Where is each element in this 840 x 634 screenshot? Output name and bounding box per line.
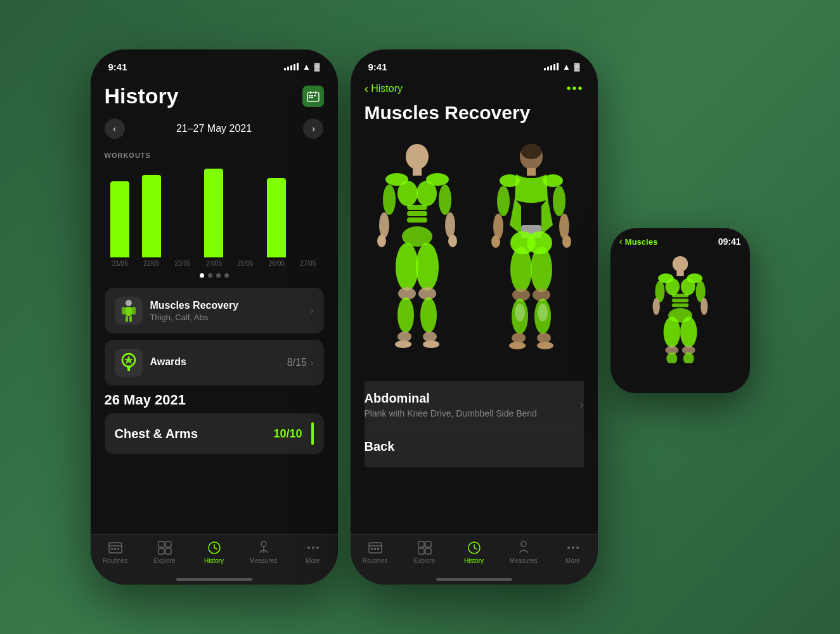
svg-point-62 bbox=[423, 340, 439, 348]
body-figure-front bbox=[366, 130, 468, 371]
tab-routines[interactable]: Routines bbox=[91, 541, 140, 564]
tab-label-explore: Explore bbox=[154, 557, 176, 564]
back-body-svg bbox=[487, 143, 576, 358]
tab-label-history: History bbox=[204, 557, 224, 564]
tab2-measures[interactable]: Measures bbox=[499, 541, 548, 564]
watch-container: ‹ Muscles 09:41 bbox=[611, 114, 750, 393]
tab-explore[interactable]: Explore bbox=[140, 541, 190, 564]
svg-point-34 bbox=[307, 547, 310, 549]
svg-rect-96 bbox=[418, 548, 424, 554]
tab2-history[interactable]: History bbox=[449, 541, 499, 564]
abdominal-card[interactable]: Abdominal Plank with Knee Drive, Dumbbel… bbox=[365, 381, 584, 429]
svg-rect-97 bbox=[425, 548, 431, 554]
tab-measures[interactable]: Measures bbox=[239, 541, 288, 564]
status-time-2: 9:41 bbox=[368, 61, 387, 72]
bar-22 bbox=[142, 175, 161, 257]
svg-point-49 bbox=[445, 212, 455, 238]
svg-point-50 bbox=[377, 235, 386, 247]
svg-point-117 bbox=[701, 298, 708, 314]
watch-back-button[interactable]: ‹ Muscles bbox=[619, 236, 658, 247]
workouts-section-label: WORKOUTS bbox=[105, 152, 324, 159]
battery-icon: ▓ bbox=[314, 62, 320, 71]
wifi-icon-2: ▲ bbox=[562, 62, 571, 72]
svg-point-9 bbox=[126, 300, 132, 306]
svg-rect-95 bbox=[425, 541, 431, 547]
workouts-bar-chart: 21/05 22/05 23/05 24/05 bbox=[105, 165, 324, 267]
bar-label-24: 24/05 bbox=[206, 260, 222, 267]
svg-rect-2 bbox=[311, 95, 313, 96]
back-card[interactable]: Back bbox=[365, 429, 584, 467]
tab2-label-explore: Explore bbox=[414, 557, 436, 564]
bar-label-23: 23/05 bbox=[175, 260, 191, 267]
svg-rect-22 bbox=[111, 548, 113, 550]
dot-2 bbox=[208, 273, 212, 278]
svg-rect-106 bbox=[676, 271, 683, 276]
svg-point-77 bbox=[510, 247, 532, 292]
svg-point-47 bbox=[439, 184, 451, 215]
svg-point-74 bbox=[562, 235, 571, 248]
tab2-more[interactable]: More bbox=[548, 541, 598, 564]
bar-col-22: 22/05 bbox=[136, 165, 167, 267]
awards-chevron-icon: › bbox=[311, 358, 314, 368]
svg-point-110 bbox=[680, 278, 695, 295]
svg-line-31 bbox=[214, 548, 217, 549]
workout-item[interactable]: Chest & Arms 10/10 bbox=[105, 413, 324, 454]
tab2-routines[interactable]: Routines bbox=[351, 541, 400, 564]
dot-3 bbox=[216, 273, 221, 278]
body-figure-back bbox=[481, 130, 582, 371]
watch-body-figure bbox=[619, 252, 741, 366]
abdominal-title: Abdominal bbox=[365, 391, 537, 406]
calendar-icon[interactable] bbox=[302, 86, 324, 107]
svg-rect-94 bbox=[418, 541, 424, 547]
svg-rect-10 bbox=[126, 307, 132, 316]
awards-card[interactable]: Awards 8/15 › bbox=[105, 340, 324, 385]
green-bar-indicator bbox=[311, 422, 314, 445]
back-button[interactable]: ‹ History bbox=[365, 81, 403, 96]
svg-point-58 bbox=[420, 297, 437, 333]
apple-watch: ‹ Muscles 09:41 bbox=[611, 228, 750, 393]
svg-rect-112 bbox=[671, 299, 688, 302]
home-indicator bbox=[176, 578, 252, 581]
svg-point-71 bbox=[493, 214, 503, 239]
bar-26 bbox=[267, 178, 286, 257]
svg-rect-28 bbox=[165, 548, 171, 554]
svg-rect-91 bbox=[371, 548, 373, 550]
day-section-title: 26 May 2021 bbox=[105, 392, 324, 408]
svg-point-69 bbox=[497, 186, 510, 216]
svg-rect-14 bbox=[129, 316, 132, 322]
svg-point-88 bbox=[537, 342, 553, 349]
tab2-explore[interactable]: Explore bbox=[400, 541, 449, 564]
svg-line-100 bbox=[474, 548, 477, 549]
svg-point-42 bbox=[417, 181, 437, 206]
prev-week-button[interactable]: ‹ bbox=[105, 119, 125, 139]
status-icons-1: ▲ ▓ bbox=[284, 62, 320, 72]
bar-label-27: 27/05 bbox=[300, 260, 316, 267]
svg-point-59 bbox=[397, 332, 411, 342]
svg-rect-92 bbox=[374, 548, 376, 550]
watch-header: ‹ Muscles 09:41 bbox=[619, 236, 741, 247]
bar-col-25: 25/05 bbox=[229, 165, 261, 267]
more-options-button[interactable]: ••• bbox=[566, 81, 583, 96]
watch-back-label: Muscles bbox=[625, 237, 657, 247]
signal-icon-2 bbox=[544, 63, 559, 70]
svg-point-78 bbox=[531, 247, 552, 292]
bar-label-25: 25/05 bbox=[237, 260, 253, 267]
svg-rect-27 bbox=[158, 548, 164, 554]
svg-point-64 bbox=[521, 144, 541, 159]
more-icon bbox=[306, 541, 320, 555]
date-navigation: ‹ 21–27 May 2021 › bbox=[105, 119, 324, 139]
svg-point-73 bbox=[491, 235, 500, 248]
wifi-icon: ▲ bbox=[302, 62, 311, 72]
abdominal-exercises: Plank with Knee Drive, Dumbbell Side Ben… bbox=[365, 408, 537, 418]
measures-icon-2 bbox=[517, 541, 531, 555]
svg-point-46 bbox=[383, 184, 396, 215]
svg-point-84 bbox=[538, 304, 548, 321]
svg-rect-93 bbox=[377, 548, 379, 550]
svg-point-109 bbox=[665, 278, 680, 295]
tab-more[interactable]: More bbox=[288, 541, 338, 564]
muscles-recovery-card[interactable]: Muscles Recovery Thigh, Calf, Abs › bbox=[105, 288, 324, 333]
svg-point-123 bbox=[666, 353, 677, 363]
next-week-button[interactable]: › bbox=[303, 119, 323, 139]
workout-score: 10/10 bbox=[273, 427, 302, 441]
tab-history[interactable]: History bbox=[190, 541, 239, 564]
